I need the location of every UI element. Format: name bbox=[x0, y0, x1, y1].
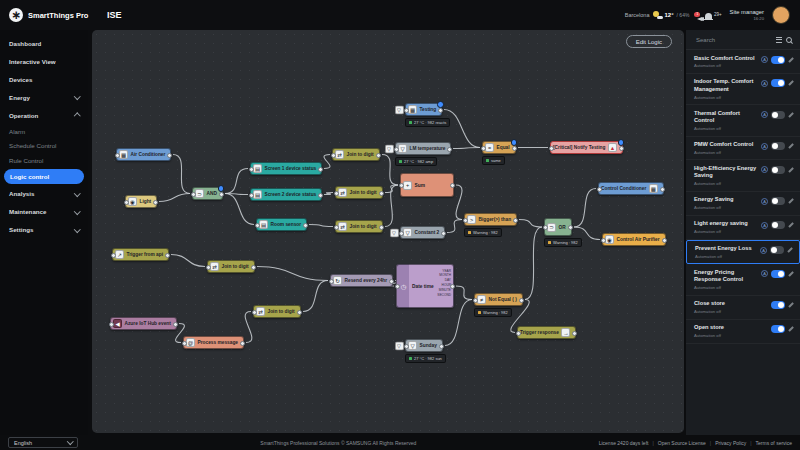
automation-item-basic-comfort-control[interactable]: Basic Comfort ControlAutomation offA bbox=[686, 50, 800, 74]
automation-toggle[interactable] bbox=[771, 270, 785, 278]
edit-icon[interactable] bbox=[786, 247, 793, 254]
automation-toggle[interactable] bbox=[771, 79, 785, 87]
sidebar-item-energy[interactable]: Energy bbox=[0, 88, 88, 106]
footer-link-privacy-policy[interactable]: Privacy Policy bbox=[715, 440, 746, 446]
node-control-conditioner[interactable]: Control Conditioner▦ bbox=[598, 182, 664, 195]
automation-info-icon[interactable]: A bbox=[761, 166, 768, 173]
automation-toggle[interactable] bbox=[771, 325, 785, 333]
automation-info-icon[interactable]: A bbox=[761, 143, 768, 150]
automation-toggle[interactable] bbox=[771, 56, 785, 64]
automation-toggle[interactable] bbox=[771, 301, 785, 309]
automation-info-icon[interactable]: A bbox=[761, 111, 768, 118]
automation-toggle[interactable] bbox=[771, 111, 785, 119]
edit-icon[interactable] bbox=[787, 111, 794, 118]
search-input[interactable] bbox=[694, 36, 772, 44]
sidebar-item-schedule-control[interactable]: Schedule Control bbox=[0, 139, 88, 154]
node-constant2[interactable]: ▽Constant 2▽ bbox=[400, 226, 445, 239]
node-testing[interactable]: ▦Testing▽ bbox=[405, 103, 442, 116]
automation-item-pmw-comfort-control[interactable]: PMW Comfort ControlAutomation offA bbox=[686, 137, 800, 161]
edit-icon[interactable] bbox=[787, 326, 794, 333]
node-join4[interactable]: ⇄Join to digit bbox=[207, 260, 255, 273]
node-join5[interactable]: ⇄Join to digit bbox=[253, 305, 301, 318]
edit-icon[interactable] bbox=[787, 222, 794, 229]
sidebar-item-analysis[interactable]: Analysis bbox=[0, 185, 88, 203]
node-trigger-api[interactable]: ↗Trigger from api bbox=[112, 248, 169, 261]
footer-link-terms-of-service[interactable]: Terms of service bbox=[756, 440, 792, 446]
sidebar-item-maintenance[interactable]: Maintenance bbox=[0, 203, 88, 221]
node-screen2[interactable]: ▤Screen 2 device status bbox=[250, 188, 322, 201]
node-join2[interactable]: ⇄Join to digit bbox=[335, 186, 383, 199]
footer-link-open-source-license[interactable]: Open Source License bbox=[658, 440, 706, 446]
automation-item-energy-saving[interactable]: Energy SavingAutomation offA bbox=[686, 192, 800, 216]
node-control-air-purifier[interactable]: ◉Control Air Purifier bbox=[602, 233, 666, 246]
node-sum[interactable]: +Sum bbox=[400, 173, 454, 197]
node-sunday[interactable]: ▽Sunday▽ bbox=[405, 339, 443, 352]
logic-canvas[interactable]: Edit Logic ▦Air Conditioner◉Light⊃AND▤Sc… bbox=[92, 30, 684, 433]
automation-item-indoor-temp-comfort-management[interactable]: Indoor Temp. Comfort ManagementAutomatio… bbox=[686, 74, 800, 105]
node-air-conditioner[interactable]: ▦Air Conditioner bbox=[116, 148, 171, 161]
automation-item-high-efficiency-energy-saving[interactable]: High-Efficiency Energy SavingAutomation … bbox=[686, 160, 800, 191]
automation-item-prevent-energy-loss[interactable]: Prevent Energy LossAutomation offA bbox=[686, 240, 800, 265]
weather-widget[interactable]: Barcelona 12° / 64% bbox=[625, 11, 690, 19]
node-azure[interactable]: ◀Azure IoT Hub event bbox=[110, 317, 177, 330]
user-info[interactable]: Site manager 16:20 bbox=[730, 9, 764, 21]
automation-info-icon[interactable]: A bbox=[761, 80, 768, 87]
edit-icon[interactable] bbox=[787, 270, 794, 277]
sidebar-item-rule-control[interactable]: Rule Control bbox=[0, 153, 88, 168]
node-bigger[interactable]: >Bigger(>) than bbox=[464, 213, 517, 226]
edit-icon[interactable] bbox=[787, 143, 794, 150]
automation-item-energy-pricing-response-control[interactable]: Energy Pricing Response ControlAutomatio… bbox=[686, 264, 800, 295]
node-room-sensor[interactable]: ▤Room sensor bbox=[256, 218, 307, 231]
node-resend[interactable]: ↻Resend every 24hr bbox=[330, 274, 393, 287]
edit-icon[interactable] bbox=[787, 198, 794, 205]
node-trigger-response[interactable]: Trigger response→ bbox=[517, 326, 576, 339]
node-screen1[interactable]: ▤Screen 1 device status bbox=[250, 162, 322, 175]
automation-info-icon[interactable]: A bbox=[761, 56, 768, 63]
automation-toggle[interactable] bbox=[771, 197, 785, 205]
node-and[interactable]: ⊃AND bbox=[192, 187, 223, 200]
automation-info-icon[interactable]: A bbox=[761, 198, 768, 205]
edit-icon[interactable] bbox=[787, 56, 794, 63]
footer-link-license-2420-days-left[interactable]: License 2420 days left bbox=[599, 440, 649, 446]
edit-logic-button[interactable]: Edit Logic bbox=[626, 35, 672, 48]
sidebar-item-alarm[interactable]: Alarm bbox=[0, 124, 88, 139]
node-not-equal[interactable]: ≠Not Equal ( ) bbox=[474, 293, 523, 306]
automation-item-thermal-comfort-control[interactable]: Thermal Comfort ControlAutomation offA bbox=[686, 105, 800, 136]
automation-toggle[interactable] bbox=[771, 221, 785, 229]
automation-item-close-store[interactable]: Close storeAutomation off bbox=[686, 296, 800, 320]
avatar[interactable] bbox=[772, 6, 790, 24]
search-icon[interactable] bbox=[786, 37, 793, 44]
wire-layer bbox=[92, 30, 684, 433]
node-label: Constant 2 bbox=[415, 230, 440, 235]
automation-toggle[interactable] bbox=[771, 166, 785, 174]
automation-info-icon[interactable]: A bbox=[760, 247, 767, 254]
node-join3[interactable]: ⇄Join to digit bbox=[335, 220, 383, 233]
node-equal[interactable]: =Equal bbox=[482, 141, 516, 154]
automation-toggle[interactable] bbox=[771, 142, 785, 150]
sidebar-item-interactive-view[interactable]: Interactive View bbox=[0, 52, 88, 70]
node-process-msg[interactable]: @Process message bbox=[183, 336, 244, 349]
node-or[interactable]: ⊃OR bbox=[544, 218, 572, 236]
sidebar-item-operation[interactable]: Operation bbox=[0, 106, 88, 124]
edit-icon[interactable] bbox=[787, 80, 794, 87]
sidebar-item-dashboard[interactable]: Dashboard bbox=[0, 34, 88, 52]
node-lm-temp[interactable]: ▽LM temperature▽ bbox=[395, 142, 451, 155]
filter-icon[interactable] bbox=[776, 37, 782, 43]
sidebar-item-devices[interactable]: Devices bbox=[0, 70, 88, 88]
node-datetime[interactable]: ◷Date timeYEARMONTHDAYHOURMINUTESECOND bbox=[396, 264, 454, 308]
automation-toggle[interactable] bbox=[770, 246, 784, 254]
language-select[interactable]: English bbox=[8, 437, 78, 448]
node-light[interactable]: ◉Light bbox=[125, 195, 157, 208]
automation-info-icon[interactable]: A bbox=[761, 270, 768, 277]
node-join1[interactable]: ⇄Join to digit bbox=[332, 148, 380, 161]
sidebar-item-logic-control[interactable]: Logic control bbox=[4, 169, 84, 184]
notifications-button[interactable]: 29+ bbox=[705, 12, 721, 19]
sidebar-item-settings[interactable]: Settings bbox=[0, 221, 88, 239]
edit-icon[interactable] bbox=[787, 302, 794, 309]
node-critical[interactable]: [Critical] Notify Testing▲ bbox=[550, 141, 623, 154]
automation-item-open-store[interactable]: Open storeAutomation off bbox=[686, 320, 800, 344]
edit-icon[interactable] bbox=[787, 166, 794, 173]
brand[interactable]: ∗ SmartThings Pro bbox=[0, 8, 97, 22]
automation-item-light-energy-saving[interactable]: Light energy savingAutomation offA bbox=[686, 216, 800, 240]
automation-info-icon[interactable]: A bbox=[761, 222, 768, 229]
